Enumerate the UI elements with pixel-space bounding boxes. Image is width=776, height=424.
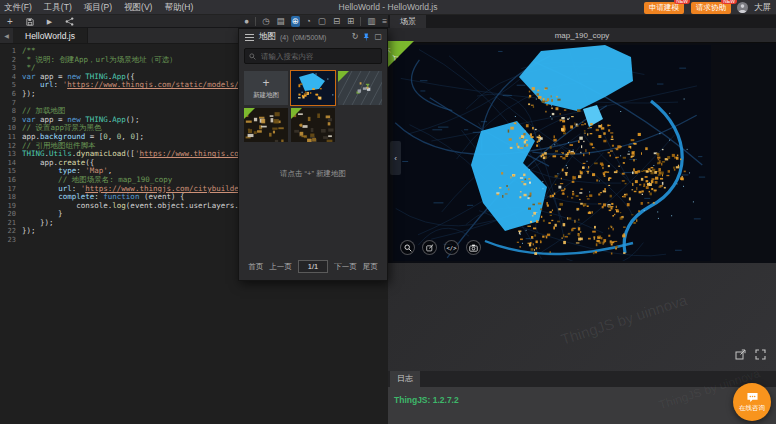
page-next[interactable]: 下一页: [334, 262, 357, 272]
menu-item[interactable]: 项目(P): [84, 2, 112, 14]
scene-title-bar: map_190_copy: [388, 28, 776, 43]
viewport-toolbar: </>: [400, 240, 481, 255]
map-count: (4): [280, 34, 289, 41]
magnifier-icon: [404, 244, 412, 252]
log-tabbar: 日志: [388, 371, 776, 387]
free-ribbon: [291, 108, 302, 119]
panel-icon[interactable]: ▢: [317, 16, 327, 27]
map-icon[interactable]: ⊕: [291, 16, 300, 27]
run-button[interactable]: ▶: [47, 15, 52, 28]
page-prev[interactable]: 上一页: [269, 262, 292, 272]
map-thumbnail-grid: + 新建地图: [239, 67, 387, 146]
tab-scene[interactable]: 场景: [390, 15, 426, 28]
collapse-left-icon[interactable]: ◀: [0, 28, 13, 43]
new-map-label: 新建地图: [253, 91, 279, 100]
menu-item[interactable]: 帮助(H): [164, 2, 193, 14]
code-button[interactable]: </>: [444, 240, 459, 255]
scene-tabbar: [388, 15, 776, 28]
scene-corner-tools: [735, 349, 766, 360]
map-viewport[interactable]: ‹ </>: [388, 43, 776, 263]
support-label: 在线咨询: [739, 404, 765, 413]
new-map-hint: 请点击 “+” 新建地图: [239, 169, 387, 179]
toolbar-left-group: + ▶: [7, 15, 74, 28]
new-file-button[interactable]: +: [7, 15, 13, 28]
edit-map-button[interactable]: [422, 240, 437, 255]
search-box: [244, 48, 382, 64]
map-quota: (0M/500M): [293, 34, 327, 41]
chat-bubble-icon: [746, 392, 759, 403]
promo-button[interactable]: 请求协助NEW: [691, 2, 731, 14]
menu-item[interactable]: 文件(F): [4, 2, 32, 14]
plus-icon: +: [262, 77, 269, 89]
history-icon[interactable]: ◷: [261, 16, 270, 27]
clock-icon[interactable]: ◔: [305, 16, 312, 27]
pin-icon[interactable]: [362, 33, 370, 42]
resources-icon[interactable]: ▤: [276, 16, 286, 27]
promo-button[interactable]: 申请建模NEW: [644, 2, 684, 14]
script-icon[interactable]: ▥: [366, 16, 376, 27]
personal-ribbon: 个人: [388, 41, 414, 67]
hamburger-icon[interactable]: [245, 37, 254, 38]
panel-switcher-group: ● ◷ ▤ ⊕ ◔ ▢ ⊟ ⊞ ▥ ≡: [243, 15, 388, 28]
fullscreen-icon[interactable]: [755, 349, 766, 360]
toolbar-separator: [360, 17, 361, 26]
refresh-icon[interactable]: ↻: [352, 32, 359, 42]
watermark: ThingJS by uinnova: [559, 291, 690, 348]
new-badge: NEW: [721, 0, 737, 4]
menubar-right: 申请建模NEW请求协助NEW 大屏: [644, 0, 771, 15]
user-avatar[interactable]: [737, 2, 748, 13]
map-thumbnail[interactable]: [291, 108, 335, 142]
scene-sphere-icon[interactable]: ●: [243, 16, 250, 27]
city-map-canvas[interactable]: [393, 45, 711, 261]
pagination: 首页 上一页 1/1 下一页 尾页: [239, 260, 387, 273]
log-line: ThingJS: 1.2.7.2: [394, 395, 459, 405]
map-panel-title: 地图: [259, 31, 276, 43]
edit-icon: [426, 244, 434, 252]
new-map-tile[interactable]: + 新建地图: [244, 71, 288, 105]
toolbar-separator: [255, 17, 256, 26]
menu-item[interactable]: 工具(T): [44, 2, 72, 14]
scene-panel: map_190_copy 个人 ‹ </> ThingJS by uinnov: [388, 28, 776, 424]
log-output[interactable]: ThingJS: 1.2.7.2: [388, 387, 776, 424]
map-panel-header: 地图 (4) (0M/500M) ↻ ▢: [239, 29, 387, 45]
menubar-actions: 申请建模NEW请求协助NEW: [644, 2, 731, 14]
menu-bar: 文件(F)工具(T)项目(P)视图(V)帮助(H) HelloWorld - H…: [0, 0, 776, 15]
open-external-icon[interactable]: [735, 349, 746, 360]
save-button[interactable]: [26, 18, 34, 26]
search-icon: [249, 53, 256, 60]
menu-items: 文件(F)工具(T)项目(P)视图(V)帮助(H): [4, 0, 205, 15]
viewport-collapse-handle[interactable]: ‹: [390, 141, 401, 175]
online-support-button[interactable]: 在线咨询: [733, 383, 771, 421]
new-badge: NEW: [674, 0, 690, 4]
map-panel: 地图 (4) (0M/500M) ↻ ▢ + 新建地图: [238, 28, 388, 281]
map-thumbnail[interactable]: [338, 71, 382, 105]
menu-item[interactable]: 视图(V): [124, 2, 152, 14]
map-panel-header-icons: ↻ ▢: [352, 32, 382, 42]
camera-icon: [469, 244, 478, 252]
page-indicator: 1/1: [298, 260, 328, 273]
free-ribbon: [338, 71, 349, 82]
map-thumbnail[interactable]: [244, 108, 288, 142]
search-input[interactable]: [259, 51, 377, 62]
thingjs-ide-window: 文件(F)工具(T)项目(P)视图(V)帮助(H) HelloWorld - H…: [0, 0, 776, 424]
page-first[interactable]: 首页: [248, 262, 263, 272]
popout-icon[interactable]: ▢: [374, 32, 382, 42]
tab-log[interactable]: 日志: [390, 371, 420, 387]
free-ribbon: [244, 108, 255, 119]
tab-helloworld-js[interactable]: HelloWorld.js: [13, 28, 88, 43]
share-button[interactable]: [65, 17, 74, 26]
snapshot-button[interactable]: [466, 240, 481, 255]
page-last[interactable]: 尾页: [363, 262, 378, 272]
storage-icon[interactable]: ⊟: [332, 16, 341, 27]
user-name[interactable]: 大屏: [754, 2, 771, 14]
zoom-search-button[interactable]: [400, 240, 415, 255]
scene-empty-area: ThingJS by uinnova: [388, 263, 776, 371]
map-thumbnail-selected[interactable]: [291, 71, 335, 105]
widgets-icon[interactable]: ⊞: [346, 16, 355, 27]
code-icon: </>: [447, 245, 457, 251]
map-thumbnail-image: [291, 71, 335, 105]
